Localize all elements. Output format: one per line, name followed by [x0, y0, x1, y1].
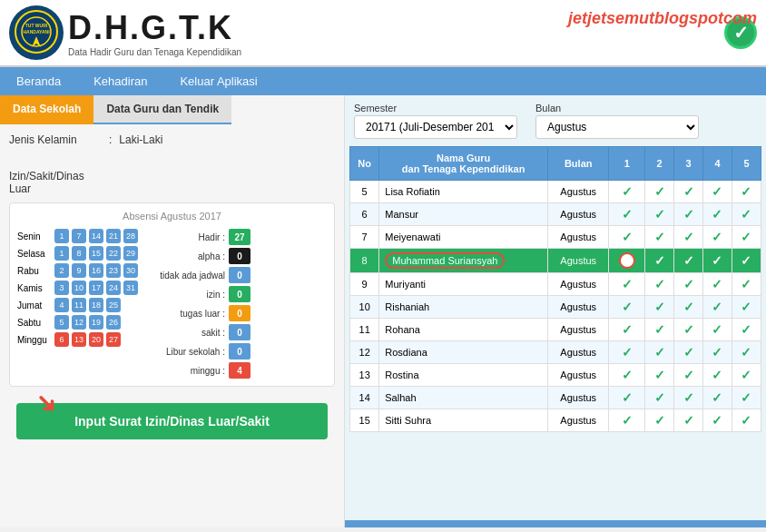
day-cell[interactable]: ✓ [645, 181, 674, 203]
day-cell[interactable]: ✓ [609, 296, 645, 319]
day-cell[interactable]: ✓ [609, 181, 645, 203]
day-cell[interactable]: ✓ [674, 341, 703, 364]
day-num[interactable]: 13 [72, 332, 86, 347]
day-cell[interactable]: ✓ [732, 296, 761, 319]
bulan-cell: Agustus [547, 181, 608, 203]
day-cell[interactable]: ✓ [703, 341, 732, 364]
day-num[interactable]: 23 [106, 263, 121, 278]
day-cell[interactable]: ✓ [645, 296, 674, 319]
day-cell[interactable]: ✓ [703, 273, 732, 296]
day-cell[interactable]: ✓ [732, 226, 761, 249]
day-cell[interactable]: ✓ [732, 409, 761, 432]
day-cell[interactable]: ✓ [674, 226, 703, 249]
day-num[interactable]: 14 [89, 229, 103, 243]
tab-data-guru[interactable]: Data Guru dan Tendik [93, 95, 231, 124]
day-cell[interactable]: ✓ [674, 364, 703, 387]
tab-data-sekolah[interactable]: Data Sekolah [0, 95, 93, 124]
day-cell[interactable]: ✓ [703, 203, 732, 226]
day-cell[interactable]: ✓ [703, 249, 732, 273]
day-num[interactable]: 9 [72, 263, 86, 278]
day-num[interactable]: 24 [106, 281, 121, 295]
day-cell[interactable]: ✓ [703, 319, 732, 341]
day-num[interactable]: 2 [54, 263, 69, 278]
day-num[interactable]: 18 [89, 298, 103, 312]
day-cell[interactable]: ✓ [703, 226, 732, 249]
day-cell[interactable]: ✓ [703, 296, 732, 319]
day-num[interactable]: 30 [123, 263, 138, 278]
day-cell[interactable]: ✓ [645, 203, 674, 226]
day-cell[interactable]: ✓ [645, 319, 674, 341]
day-cell[interactable]: ✓ [645, 387, 674, 409]
day-cell[interactable]: ✓ [674, 387, 703, 409]
horizontal-scrollbar[interactable] [345, 520, 766, 527]
nav-kehadiran[interactable]: Kehadiran [77, 67, 163, 95]
day-cell[interactable]: ✓ [703, 409, 732, 432]
semester-select[interactable]: 20171 (Juli-Desember 201 [354, 115, 517, 139]
day-cell[interactable]: ✓ [674, 409, 703, 432]
day-cell[interactable]: ✓ [609, 226, 645, 249]
day-num[interactable]: 5 [54, 315, 69, 330]
day-cell[interactable]: ✓ [645, 226, 674, 249]
day-cell[interactable]: ✓ [703, 181, 732, 203]
day-cell[interactable]: ✓ [645, 249, 674, 273]
bulan-cell: Agustus [547, 364, 608, 387]
day-cell[interactable]: ✓ [645, 273, 674, 296]
day-num[interactable]: 19 [89, 315, 103, 330]
col-name: Nama Gurudan Tenaga Kependidikan [379, 147, 548, 181]
day-cell[interactable]: ✓ [674, 296, 703, 319]
day-cell[interactable]: ✓ [645, 341, 674, 364]
day-num[interactable]: 28 [123, 229, 138, 243]
day-cell[interactable]: ✓ [609, 273, 645, 296]
input-surat-button[interactable]: Input Surat Izin/Dinas Luar/Sakit [16, 403, 328, 439]
day-num[interactable]: 7 [72, 229, 86, 243]
day-num[interactable]: 15 [89, 246, 103, 261]
day-cell[interactable]: ✓ [732, 203, 761, 226]
day-cell[interactable]: ✓ [732, 273, 761, 296]
day-cell[interactable]: ✓ [674, 319, 703, 341]
day-num[interactable]: 31 [123, 281, 138, 295]
day-num[interactable]: 25 [106, 298, 121, 312]
day-cell[interactable]: ✓ [674, 249, 703, 273]
day-num[interactable]: 10 [72, 281, 86, 295]
day-cell[interactable]: ✓ [732, 341, 761, 364]
day-num[interactable]: 26 [106, 315, 121, 330]
day-cell[interactable]: ✓ [609, 341, 645, 364]
day-cell[interactable]: ✓ [674, 203, 703, 226]
day-num[interactable]: 1 [54, 229, 69, 243]
day-num[interactable]: 22 [106, 246, 121, 261]
day-cell[interactable]: ✓ [609, 203, 645, 226]
minggu-leg-label: minggu : [152, 366, 225, 376]
day-cell[interactable]: ✓ [645, 409, 674, 432]
day-cell[interactable]: ✓ [732, 249, 761, 273]
day-cell[interactable]: ✓ [645, 364, 674, 387]
day-cell[interactable]: ✓ [674, 273, 703, 296]
nav-beranda[interactable]: Beranda [0, 67, 77, 95]
bulan-select[interactable]: Agustus [535, 115, 699, 139]
nav-keluar[interactable]: Keluar Aplikasi [163, 67, 273, 95]
day-num[interactable]: 29 [123, 246, 138, 261]
day-num[interactable]: 16 [89, 263, 103, 278]
day-num[interactable]: 11 [72, 298, 86, 312]
day-cell[interactable]: ✓ [609, 387, 645, 409]
day-num[interactable]: 21 [106, 229, 121, 243]
day-cell[interactable]: ✓ [703, 364, 732, 387]
day-cell[interactable]: ✓ [732, 319, 761, 341]
day-num[interactable]: 1 [54, 246, 69, 261]
day-num[interactable]: 27 [106, 332, 121, 347]
day-cell[interactable]: ✓ [732, 364, 761, 387]
day-cell[interactable]: ✓ [609, 319, 645, 341]
day-num[interactable]: 20 [89, 332, 103, 347]
day-num[interactable]: 17 [89, 281, 103, 295]
day-num[interactable]: 3 [54, 281, 69, 295]
day-num[interactable]: 8 [72, 246, 86, 261]
day-num[interactable]: 4 [54, 298, 69, 312]
day-cell[interactable]: ✓ [609, 409, 645, 432]
day-num[interactable]: 6 [54, 332, 69, 347]
day-cell[interactable]: ✓ [609, 364, 645, 387]
day-cell[interactable]: ✓ [674, 181, 703, 203]
day-cell[interactable]: ✓ [732, 387, 761, 409]
day-cell[interactable] [609, 249, 645, 273]
day-cell[interactable]: ✓ [703, 387, 732, 409]
day-num[interactable]: 12 [72, 315, 86, 330]
day-cell[interactable]: ✓ [732, 181, 761, 203]
